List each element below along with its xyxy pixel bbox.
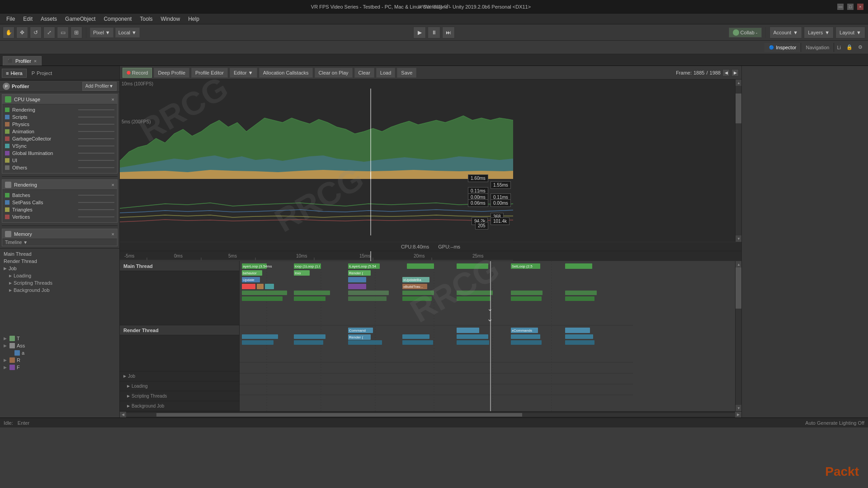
editor-dropdown-btn[interactable]: Editor ▼ <box>230 68 257 78</box>
scroll-track[interactable] <box>126 413 735 417</box>
scripting-thread-label[interactable]: ▶ Scripting Threads <box>0 279 119 286</box>
cpu-panel-close[interactable]: × <box>112 97 114 102</box>
asset-list: ▶ T ▶ Ass a ▶ R ▶ F <box>0 335 119 418</box>
rotate-tool-btn[interactable]: ↺ <box>30 27 42 38</box>
account-dropdown[interactable]: Account ▼ <box>769 27 802 38</box>
svg-rect-78 <box>242 334 278 339</box>
tab-inspector[interactable]: 🔵 Inspector <box>764 43 801 52</box>
menu-component[interactable]: Component <box>100 15 135 23</box>
add-profiler-btn[interactable]: Add Profiler ▼ <box>82 82 117 91</box>
tl-vscroll-up[interactable]: ▲ <box>736 261 741 267</box>
asset-item-F[interactable]: ▶ F <box>0 364 119 371</box>
project-tab[interactable]: P Project <box>28 69 57 78</box>
deep-profile-btn[interactable]: Deep Profile <box>154 68 189 78</box>
svg-rect-62 <box>294 296 326 301</box>
svg-rect-65 <box>457 296 491 301</box>
frame-next-btn[interactable]: ▶ <box>731 69 739 76</box>
move-tool-btn[interactable]: ✥ <box>16 27 28 38</box>
pixel-dropdown[interactable]: Pixel ▼ <box>90 28 113 38</box>
tl-vscroll-thumb[interactable] <box>736 267 741 309</box>
timeline-dropdown[interactable]: Timeline ▼ <box>2 239 117 246</box>
clear-btn[interactable]: Clear <box>354 68 374 78</box>
tl-vscroll-track[interactable] <box>736 267 741 405</box>
asset-item-T[interactable]: ▶ T <box>0 335 119 342</box>
packt-watermark: Packt <box>825 465 859 479</box>
main-content: ⬤ Record Deep Profile Profile Editor Edi… <box>120 66 741 418</box>
scroll-right-btn[interactable]: ▶ <box>735 412 741 418</box>
menu-tools[interactable]: Tools <box>136 15 156 23</box>
vsync-color <box>5 144 9 148</box>
memory-panel-close[interactable]: × <box>112 231 114 237</box>
tl-vscroll-down[interactable]: ▼ <box>736 405 741 411</box>
vscroll-track[interactable] <box>736 86 741 235</box>
timeline-right-content[interactable]: ayerLoop (3.54ms loop (1Loop (1.l iLayer… <box>240 261 735 411</box>
scale-tool-btn[interactable]: ⤢ <box>43 27 55 38</box>
right-panel-tabs: 🔵 Inspector Navigation Li 🔒 ⚙ <box>764 43 865 52</box>
tab-navigation[interactable]: Navigation <box>801 43 834 52</box>
minimize-btn[interactable]: — <box>837 4 844 10</box>
pause-btn[interactable]: ⏸ <box>428 27 440 38</box>
asset-item-Ass[interactable]: ▶ Ass <box>0 342 119 349</box>
vscroll-up[interactable]: ▲ <box>736 80 741 86</box>
menu-gameobject[interactable]: GameObject <box>61 15 99 23</box>
profile-editor-btn[interactable]: Profile Editor <box>191 68 228 78</box>
chart-vscrollbar[interactable]: ▲ ▼ <box>735 80 741 242</box>
load-btn[interactable]: Load <box>376 68 395 78</box>
profiler-tab-close[interactable]: × <box>34 58 37 64</box>
menu-file[interactable]: File <box>3 15 19 23</box>
menu-help[interactable]: Help <box>184 15 203 23</box>
collab-btn[interactable]: Collab - <box>729 28 762 38</box>
vscroll-thumb[interactable] <box>736 94 741 123</box>
frame-prev-btn[interactable]: ◀ <box>722 69 730 76</box>
legend-scripts: Scripts <box>5 113 114 121</box>
step-btn[interactable]: ⏭ <box>442 27 455 38</box>
play-btn[interactable]: ▶ <box>413 27 426 38</box>
layout-dropdown[interactable]: Layout ▼ <box>835 27 865 38</box>
asset-item-a[interactable]: a <box>0 349 119 357</box>
cpu-chart-area[interactable]: 10ms (100FPS) 5ms (200FPS) <box>120 80 741 242</box>
chart-label-10ms: 10ms (100FPS) <box>122 81 153 86</box>
background-arrow: ▶ <box>9 288 12 292</box>
asset-icon-T <box>9 336 15 341</box>
panel-settings-btn[interactable]: ⚙ <box>855 44 865 50</box>
layers-dropdown[interactable]: Layers ▼ <box>804 27 834 38</box>
timeline-vscrollbar[interactable]: ▲ ▼ <box>735 261 741 411</box>
local-dropdown[interactable]: Local ▼ <box>115 28 140 38</box>
job-thread-label[interactable]: ▶ Job <box>0 265 119 272</box>
svg-rect-53 <box>348 284 366 289</box>
rendering-panel-close[interactable]: × <box>112 182 114 188</box>
window-controls[interactable]: — □ × <box>837 4 863 10</box>
hand-tool-btn[interactable]: ✋ <box>3 27 14 38</box>
background-job-label[interactable]: ▶ Background Job <box>0 286 119 294</box>
menu-assets[interactable]: Assets <box>37 15 61 23</box>
lock-btn[interactable]: 🔒 <box>844 44 855 50</box>
main-thread-label[interactable]: Main Thread <box>0 250 119 258</box>
allocation-callstacks-btn[interactable]: Allocation Callstacks <box>259 68 313 78</box>
save-btn[interactable]: Save <box>397 68 416 78</box>
frame-info: Frame: 1885 / 1988 ◀ ▶ <box>676 69 739 76</box>
close-btn[interactable]: × <box>857 4 863 10</box>
svg-rect-57 <box>402 291 434 295</box>
menu-window[interactable]: Window <box>157 15 184 23</box>
transform-tool-btn[interactable]: ⊞ <box>71 27 82 38</box>
svg-text:0ms: 0ms <box>174 253 183 258</box>
scroll-thumb[interactable] <box>156 413 522 417</box>
render-thread-header: Render Thread <box>120 325 239 335</box>
menu-edit[interactable]: Edit <box>19 15 36 23</box>
asset-item-R[interactable]: ▶ R <box>0 357 119 364</box>
clear-on-play-btn[interactable]: Clear on Play <box>315 68 353 78</box>
profiler-tab[interactable]: ⬛ Profiler × <box>3 56 42 66</box>
asset-arrow-Ass: ▶ <box>4 343 7 348</box>
render-thread-label[interactable]: Render Thread <box>0 258 119 265</box>
record-btn[interactable]: ⬤ Record <box>123 68 152 78</box>
scroll-left-btn[interactable]: ◀ <box>120 412 126 418</box>
tab-li[interactable]: Li <box>834 45 844 50</box>
physics-color <box>5 122 9 127</box>
maximize-btn[interactable]: □ <box>847 4 854 10</box>
rect-tool-btn[interactable]: ▭ <box>57 27 69 38</box>
bottom-scrollbar[interactable]: ◀ ▶ <box>120 411 741 418</box>
profiler-tab-icon: ⬛ <box>8 59 13 63</box>
loading-thread-label[interactable]: ▶ Loading <box>0 272 119 279</box>
hierarchy-tab[interactable]: ≡ Hierа <box>2 69 27 78</box>
vscroll-down[interactable]: ▼ <box>736 235 741 242</box>
